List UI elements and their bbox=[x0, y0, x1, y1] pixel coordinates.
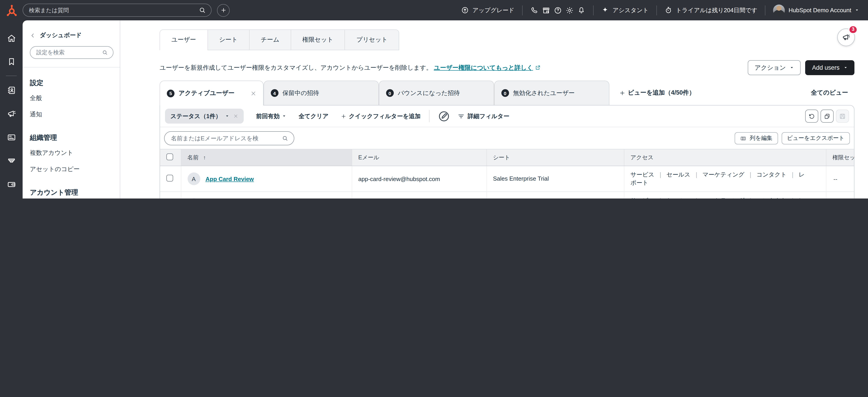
access-item: セールス｜ bbox=[666, 196, 702, 198]
rail-item-content[interactable] bbox=[0, 125, 23, 149]
view-tab[interactable]: 0バウンスになった招待 bbox=[379, 81, 494, 105]
back-to-dashboard[interactable]: ダッシュボード bbox=[30, 31, 82, 39]
name-cell: Sfreee テスト用 bbox=[181, 192, 352, 198]
view-tabs: 5アクティブユーザー4保留中の招待0バウンスになった招待0無効化されたユーザー bbox=[160, 81, 609, 105]
permission-cell: -- bbox=[826, 166, 854, 192]
tab-ユーザー[interactable]: ユーザー bbox=[160, 29, 208, 50]
access-cell: サービス｜セールス｜マーケティング｜コンタクト｜レポート bbox=[624, 192, 826, 198]
rail-item-home[interactable] bbox=[0, 26, 23, 50]
edit-columns-label: 列を編集 bbox=[750, 135, 773, 142]
rail-item-marketing[interactable] bbox=[0, 102, 23, 125]
divider bbox=[656, 5, 657, 15]
column-header[interactable]: 権限セット bbox=[826, 149, 854, 166]
settings-search-input[interactable] bbox=[35, 49, 99, 56]
account-menu[interactable]: HubSpot Demo Account bbox=[773, 4, 859, 16]
upgrade-button[interactable]: アップグレード bbox=[461, 6, 515, 14]
sidebar-item[interactable]: 通知 bbox=[26, 106, 117, 122]
top-nav: アップグレード アシスタント トライアルは残り204日間です HubSpot D… bbox=[0, 0, 868, 20]
sidebar-item[interactable]: 複数アカウント bbox=[26, 145, 117, 161]
view-tab-label: アクティブユーザー bbox=[179, 89, 235, 97]
sidebar-item[interactable]: 全般 bbox=[26, 90, 117, 106]
save-view-button[interactable] bbox=[836, 110, 849, 123]
close-icon[interactable] bbox=[234, 114, 239, 119]
clear-all-filters[interactable]: 全てクリア bbox=[299, 112, 329, 120]
tab-チーム[interactable]: チーム bbox=[249, 29, 291, 50]
announcements-fab[interactable]: 3 bbox=[837, 29, 855, 46]
user-search[interactable] bbox=[164, 131, 294, 145]
rail-item-bookmarks[interactable] bbox=[0, 50, 23, 73]
tab-シート[interactable]: シート bbox=[207, 29, 249, 50]
add-view-button[interactable]: ビューを追加（4/50件） bbox=[619, 89, 695, 97]
global-search-input[interactable] bbox=[28, 6, 195, 14]
marketplace-button[interactable] bbox=[542, 6, 550, 14]
notifications-button[interactable] bbox=[577, 6, 585, 14]
user-search-input[interactable] bbox=[170, 135, 280, 142]
count-badge: 5 bbox=[167, 89, 175, 97]
status-filter-pill[interactable]: ステータス（1件） bbox=[165, 109, 244, 123]
add-quick-filter[interactable]: クイックフィルターを追加 bbox=[341, 112, 421, 120]
access-cell: サービス｜セールス｜マーケティング｜コンタクト｜レポート bbox=[624, 166, 826, 192]
global-search[interactable] bbox=[23, 4, 212, 17]
trial-label: トライアルは残り204日間です bbox=[676, 6, 757, 14]
column-header[interactable]: アクセス bbox=[624, 149, 826, 166]
add-users-button[interactable]: Add users bbox=[805, 60, 855, 75]
duplicate-view-button[interactable] bbox=[820, 110, 834, 123]
commerce-icon bbox=[6, 179, 16, 189]
caret-down-icon bbox=[855, 8, 859, 12]
column-header[interactable]: シート bbox=[487, 149, 624, 166]
view-card: ステータス（1件） 前回有効 全てクリア クイックフィルターを追加 bbox=[160, 105, 855, 198]
rail-divider bbox=[6, 76, 17, 76]
advanced-filters-button[interactable]: 詳細フィルター bbox=[458, 112, 509, 120]
divider bbox=[765, 5, 766, 15]
export-view-button[interactable]: ビューをエクスポート bbox=[781, 132, 850, 144]
separator: ｜ bbox=[693, 171, 699, 178]
rail-item-service[interactable] bbox=[0, 196, 23, 198]
seat-cell: Core bbox=[487, 192, 624, 198]
create-button[interactable] bbox=[217, 4, 230, 17]
stopwatch-icon bbox=[664, 6, 672, 14]
last-active-filter[interactable]: 前回有効 bbox=[256, 112, 286, 120]
rail-item-sales[interactable] bbox=[0, 149, 23, 172]
view-tab[interactable]: 4保留中の招待 bbox=[264, 81, 379, 105]
row-checkbox[interactable] bbox=[166, 175, 173, 181]
close-icon[interactable] bbox=[250, 90, 256, 96]
rail-item-crm[interactable] bbox=[0, 78, 23, 102]
divider bbox=[429, 110, 430, 122]
view-tab-label: 保留中の招待 bbox=[282, 89, 319, 97]
trial-status[interactable]: トライアルは残り204日間です bbox=[664, 6, 757, 14]
permission-empty: -- bbox=[833, 175, 837, 182]
view-tab[interactable]: 0無効化されたユーザー bbox=[494, 81, 609, 105]
tab-権限セット[interactable]: 権限セット bbox=[291, 29, 345, 50]
phone-button[interactable] bbox=[530, 6, 538, 14]
filter-bar: ステータス（1件） 前回有効 全てクリア クイックフィルターを追加 bbox=[160, 106, 854, 127]
table-header-row: 名前↑Eメールシートアクセス権限セット bbox=[160, 149, 854, 166]
email-cell: support@start-link.jp bbox=[352, 192, 487, 198]
settings-sidebar: ダッシュボード 設定全般通知組織管理複数アカウントアセットのコピーアカウント管理… bbox=[23, 20, 120, 198]
select-all-checkbox[interactable] bbox=[166, 153, 173, 160]
column-header[interactable]: Eメール bbox=[352, 149, 487, 166]
content-panel: ダッシュボード 設定全般通知組織管理複数アカウントアセットのコピーアカウント管理… bbox=[23, 20, 868, 198]
table-body: AApp Card Reviewapp-card-review@hubspot.… bbox=[160, 166, 854, 198]
quick-filter-label: クイックフィルターを追加 bbox=[349, 112, 421, 120]
learn-more-link[interactable]: ユーザー権限についてもっと詳しく bbox=[434, 64, 533, 71]
all-views-button[interactable]: 全てのビュー bbox=[811, 89, 848, 97]
tab-プリセット[interactable]: プリセット bbox=[345, 29, 399, 50]
help-button[interactable] bbox=[554, 6, 562, 14]
settings-search[interactable] bbox=[30, 46, 114, 59]
view-tab[interactable]: 5アクティブユーザー bbox=[160, 81, 264, 106]
settings-button[interactable] bbox=[565, 6, 574, 14]
edit-columns-button[interactable]: 列を編集 bbox=[735, 132, 778, 144]
user-name-link[interactable]: App Card Review bbox=[206, 175, 254, 182]
assistant-button[interactable]: アシスタント bbox=[601, 6, 649, 14]
actions-button[interactable]: アクション bbox=[748, 60, 801, 75]
hubspot-logo-icon[interactable] bbox=[5, 4, 17, 16]
rail-item-commerce[interactable] bbox=[0, 172, 23, 196]
sidebar-item-label: 複数アカウント bbox=[30, 148, 114, 157]
copy-icon bbox=[824, 113, 831, 120]
megaphone-icon bbox=[842, 33, 850, 41]
column-header[interactable]: 名前↑ bbox=[181, 149, 352, 166]
undo-button[interactable] bbox=[805, 110, 818, 123]
sidebar-item[interactable]: アセットのコピー bbox=[26, 161, 117, 177]
separator: ｜ bbox=[657, 171, 663, 178]
edit-filters-icon[interactable] bbox=[438, 110, 450, 122]
